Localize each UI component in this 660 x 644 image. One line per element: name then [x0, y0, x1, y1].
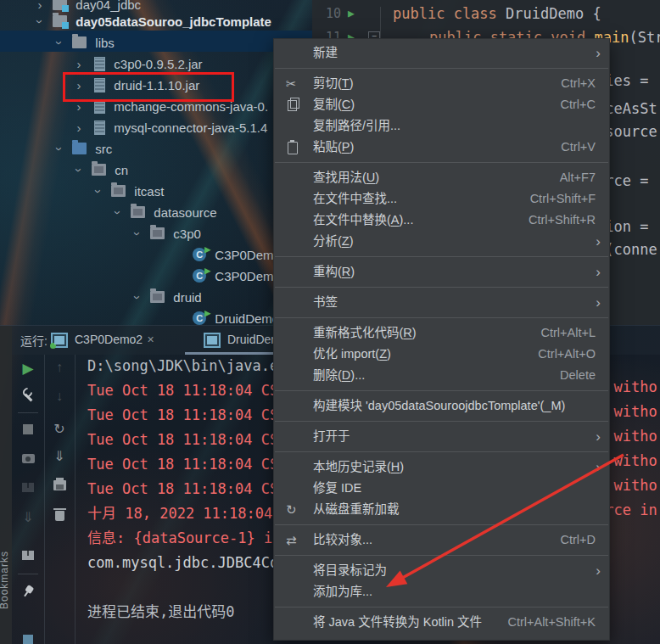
bookmarks-tool-button[interactable]: Bookmarks [0, 551, 10, 609]
exit-icon[interactable]: ⇓ [12, 509, 44, 525]
tree-row[interactable]: › libs [0, 31, 312, 52]
run-gutter-icon[interactable]: ▶ [348, 6, 355, 20]
chevron-icon[interactable]: › [49, 143, 70, 154]
chevron-icon[interactable]: › [108, 206, 129, 218]
tree-row[interactable]: › mysql-connector-java-5.1.4 [0, 115, 312, 137]
menu-item-shortcut: Ctrl+D [561, 529, 596, 551]
tree-row[interactable]: › cn [0, 158, 312, 179]
dock-icon[interactable] [12, 633, 44, 644]
menu-item[interactable]: 打开于 › [274, 426, 609, 447]
tree-row[interactable]: › src [0, 137, 312, 158]
code-line[interactable]: 10▶public class DruidDemo { [312, 2, 660, 25]
menu-item[interactable]: 本地历史记录(H) › [274, 456, 609, 478]
soft-wrap-icon[interactable]: ↻ [44, 421, 75, 437]
menu-item-shortcut: Ctrl+Alt+O [538, 344, 596, 365]
tree-item-label: src [95, 142, 112, 156]
menu-item-shortcut: Ctrl+V [561, 137, 596, 158]
layout-icon[interactable] [12, 548, 44, 563]
menu-item[interactable]: 将 Java 文件转换为 Kotlin 文件 Ctrl+Alt+Shift+K [274, 612, 609, 633]
tree-item-icon [94, 57, 105, 71]
tree-item-icon [72, 36, 87, 48]
menu-item-label: 本地历史记录(H) [313, 456, 404, 478]
menu-item[interactable]: 重新格式化代码(R) Ctrl+Alt+L [274, 322, 609, 344]
menu-item[interactable]: 添加为库... [274, 581, 609, 602]
menu-item-shortcut: Ctrl+Alt+L [541, 322, 596, 344]
chevron-icon[interactable]: › [88, 185, 109, 197]
chevron-icon[interactable]: › [73, 117, 85, 138]
menu-item[interactable]: ✂ 剪切(T) Ctrl+X [274, 73, 609, 94]
menu-item-icon [286, 42, 305, 64]
menu-item[interactable]: 在文件中替换(A)... Ctrl+Shift+R [274, 210, 609, 231]
menu-item-icon [286, 612, 305, 633]
menu-item[interactable]: 粘贴(P) Ctrl+V [274, 137, 609, 158]
camera-icon[interactable] [12, 451, 44, 467]
menu-item[interactable]: 分析(Z) › [274, 231, 609, 252]
menu-item-label: 从磁盘重新加载 [313, 499, 400, 520]
menu-item[interactable]: 查找用法(U) Alt+F7 [274, 167, 609, 188]
menu-item[interactable]: 删除(D)... Delete [274, 365, 609, 386]
scroll-to-end-icon[interactable]: ⇓ [44, 448, 75, 464]
paste-icon [286, 137, 305, 158]
toolbar-separator [18, 574, 38, 574]
tree-row[interactable]: › itcast [0, 179, 312, 200]
tree-item-icon [150, 227, 165, 239]
up-arrow-icon[interactable]: ↑ [44, 360, 75, 375]
menu-item[interactable]: 新建 › [274, 42, 609, 64]
menu-item[interactable]: 重构(R) › [274, 261, 609, 283]
chevron-icon[interactable]: › [69, 164, 90, 176]
menu-separator [275, 421, 608, 422]
context-menu: 新建 › ✂ 剪切(T) Ctrl+X 复制(C) Ctrl+C 复制路径/引用… [273, 38, 610, 641]
menu-item-shortcut: Ctrl+Alt+Shift+K [507, 612, 596, 633]
chevron-icon[interactable]: › [127, 291, 148, 303]
menu-item[interactable]: 将目录标记为 › [274, 560, 609, 581]
tree-item-icon [111, 185, 126, 197]
console-icon [51, 333, 68, 348]
chevron-icon[interactable]: › [49, 36, 70, 48]
menu-separator [275, 256, 608, 257]
menu-item-icon [286, 365, 305, 386]
tree-item-label: itcast [134, 184, 164, 199]
menu-item[interactable]: 复制(C) Ctrl+C [274, 94, 609, 115]
menu-item[interactable]: 复制路径/引用... [274, 115, 609, 137]
chevron-icon[interactable]: › [127, 227, 148, 239]
close-icon[interactable]: × [147, 333, 154, 346]
tree-item-icon [92, 164, 106, 176]
menu-item[interactable]: ⇄ 比较对象... Ctrl+D [274, 529, 609, 551]
trash-icon[interactable] [44, 507, 75, 523]
menu-item[interactable]: 修复 IDE [274, 478, 609, 499]
tree-item-icon [150, 291, 165, 303]
menu-item[interactable]: ↻ 从磁盘重新加载 [274, 499, 609, 520]
tree-item-icon: C [193, 311, 206, 325]
tree-row[interactable]: › c3p0 [0, 221, 312, 243]
menu-separator [275, 162, 608, 163]
menu-item-icon [286, 395, 305, 417]
tree-item-icon [94, 120, 105, 135]
tree-row[interactable]: › day05dataSouroo_jdbcTomplate [0, 9, 312, 31]
console-toolbar: ↑ ↓ ↻ ⇓ [44, 355, 76, 644]
menu-item[interactable]: 构建模块 'day05dataSouroojdbcTomplate'(_M) [274, 395, 609, 417]
wrench-icon[interactable] [12, 389, 44, 404]
project-tree[interactable]: › day04_jdbc › day05dataSouroo_jdbcTompl… [0, 0, 312, 325]
menu-item-label: 打开于 [313, 426, 350, 447]
menu-item-icon [286, 231, 305, 252]
print-icon[interactable] [44, 477, 75, 492]
chevron-icon[interactable]: › [73, 53, 85, 75]
pin-icon[interactable] [12, 585, 44, 601]
down-arrow-icon[interactable]: ↓ [44, 389, 75, 404]
chevron-icon[interactable]: › [30, 15, 51, 27]
build-icon[interactable] [12, 480, 44, 496]
menu-item-icon [286, 478, 305, 499]
tree-row[interactable]: › druid [0, 285, 312, 306]
tree-row[interactable]: C C3P0Demo2 [0, 264, 312, 285]
stop-icon[interactable] [12, 423, 44, 438]
tree-row[interactable]: › datasource [0, 200, 312, 221]
menu-item-label: 复制(C) [313, 94, 355, 115]
tree-row[interactable]: › c3p0-0.9.5.2.jar [0, 52, 312, 73]
menu-item-icon [286, 188, 305, 210]
menu-item-label: 在文件中查找... [313, 188, 397, 210]
menu-item[interactable]: 书签 › [274, 292, 609, 313]
rerun-icon[interactable]: ▶ [12, 360, 44, 378]
menu-item[interactable]: 在文件中查找... Ctrl+Shift+F [274, 188, 609, 210]
menu-item[interactable]: 优化 import(Z) Ctrl+Alt+O [274, 344, 609, 365]
tree-row[interactable]: C C3P0Demo1 [0, 243, 312, 264]
